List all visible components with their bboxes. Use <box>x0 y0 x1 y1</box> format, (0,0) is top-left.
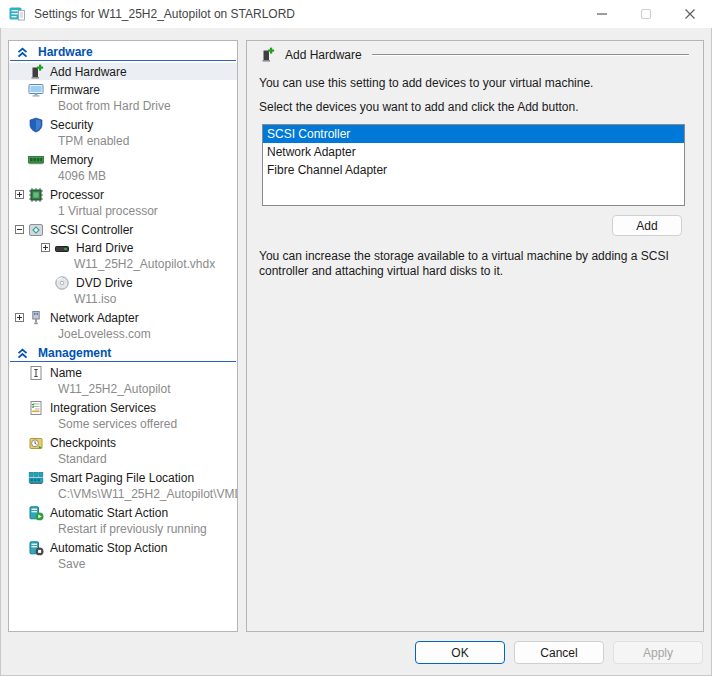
sidebar-item-label: Firmware <box>50 83 100 97</box>
panel-title: Add Hardware <box>285 48 362 62</box>
smart-paging-memory-icon <box>28 470 44 486</box>
chevron-double-up-icon <box>16 46 29 59</box>
device-listbox[interactable]: SCSI Controller Network Adapter Fibre Ch… <box>262 124 685 206</box>
intro-text-1: You can use this setting to add devices … <box>259 76 689 91</box>
sidebar-item-label: Integration Services <box>50 401 156 415</box>
sidebar-item-label: Smart Paging File Location <box>50 471 194 485</box>
sidebar-item-subtitle: Restart if previously running <box>9 522 237 537</box>
sidebar-item-subtitle: Save <box>9 557 237 572</box>
section-label: Hardware <box>38 45 93 59</box>
sidebar-item-processor[interactable]: Processor <box>9 186 237 203</box>
sidebar-item-subtitle: 4096 MB <box>9 169 237 184</box>
sidebar-item-checkpoints[interactable]: Checkpoints <box>9 434 237 451</box>
sidebar-item-label: Add Hardware <box>50 65 127 79</box>
sidebar-item-label: Checkpoints <box>50 436 116 450</box>
add-hardware-icon <box>28 64 44 80</box>
intro-text-2: Select the devices you want to add and c… <box>259 100 689 115</box>
sidebar-item-name[interactable]: Name <box>9 364 237 381</box>
apply-button[interactable]: Apply <box>613 641 703 664</box>
sidebar-item-label: Hard Drive <box>76 241 133 255</box>
section-header-hardware[interactable]: Hardware <box>10 44 236 61</box>
sidebar-item-label: SCSI Controller <box>50 223 133 237</box>
scsi-description-text: You can increase the storage available t… <box>259 249 689 279</box>
chevron-double-up-icon <box>16 347 29 360</box>
dvd-disc-icon <box>54 275 70 291</box>
sidebar-item-subtitle: Some services offered <box>9 417 237 432</box>
add-hardware-icon <box>259 47 275 63</box>
expander-collapsed-icon[interactable] <box>9 190 28 199</box>
expander-collapsed-icon[interactable] <box>35 243 54 252</box>
sidebar-item-label: Processor <box>50 188 104 202</box>
window-controls <box>580 0 712 28</box>
hyperv-settings-app-icon <box>9 6 25 22</box>
section-header-management[interactable]: Management <box>10 345 236 362</box>
sidebar-item-add-hardware[interactable]: Add Hardware <box>9 63 237 80</box>
sidebar-item-label: DVD Drive <box>76 276 133 290</box>
add-hardware-panel: Add Hardware You can use this setting to… <box>246 40 704 632</box>
sidebar-item-dvd-drive[interactable]: DVD Drive <box>9 274 237 291</box>
settings-window: { "window": { "title": "Settings for W11… <box>0 0 712 676</box>
sidebar-item-automatic-start-action[interactable]: Automatic Start Action <box>9 504 237 521</box>
device-list-item[interactable]: SCSI Controller <box>263 125 684 143</box>
sidebar-item-automatic-stop-action[interactable]: Automatic Stop Action <box>9 539 237 556</box>
settings-nav-sidebar: Hardware Add Hardware Firmware Boot from… <box>8 40 238 632</box>
hard-drive-icon <box>54 240 70 256</box>
memory-ram-icon <box>28 152 44 168</box>
sidebar-item-subtitle: C:\VMs\W11_25H2_Autopilot\VMD... <box>9 487 237 502</box>
expander-collapsed-icon[interactable] <box>9 313 28 322</box>
add-button[interactable]: Add <box>612 215 682 236</box>
sidebar-item-scsi-controller[interactable]: SCSI Controller <box>9 221 237 238</box>
processor-chip-icon <box>28 187 44 203</box>
expander-expanded-icon[interactable] <box>9 225 28 234</box>
sidebar-item-label: Network Adapter <box>50 311 139 325</box>
panel-header: Add Hardware <box>247 41 703 67</box>
sidebar-item-subtitle: W11_25H2_Autopilot.vhdx <box>9 257 237 272</box>
sidebar-item-security[interactable]: Security <box>9 116 237 133</box>
cancel-button[interactable]: Cancel <box>514 641 604 664</box>
ok-button[interactable]: OK <box>415 641 505 664</box>
sidebar-item-network-adapter[interactable]: Network Adapter <box>9 309 237 326</box>
window-title: Settings for W11_25H2_Autopilot on STARL… <box>34 7 295 21</box>
sidebar-item-subtitle: Standard <box>9 452 237 467</box>
sidebar-item-subtitle: Boot from Hard Drive <box>9 99 237 114</box>
sidebar-item-firmware[interactable]: Firmware <box>9 81 237 98</box>
close-button[interactable] <box>668 0 712 28</box>
sidebar-item-label: Automatic Start Action <box>50 506 168 520</box>
sidebar-item-label: Memory <box>50 153 93 167</box>
header-rule <box>372 54 689 56</box>
section-label: Management <box>38 346 111 360</box>
sidebar-item-subtitle: W11.iso <box>9 292 237 307</box>
sidebar-item-hard-drive[interactable]: Hard Drive <box>9 239 237 256</box>
sidebar-item-subtitle: JoeLoveless.com <box>9 327 237 342</box>
sidebar-item-subtitle: 1 Virtual processor <box>9 204 237 219</box>
sidebar-item-smart-paging-file-location[interactable]: Smart Paging File Location <box>9 469 237 486</box>
sidebar-item-label: Security <box>50 118 93 132</box>
device-list-item[interactable]: Network Adapter <box>263 143 684 161</box>
automatic-start-icon <box>28 505 44 521</box>
scsi-controller-icon <box>28 222 44 238</box>
maximize-button <box>624 0 668 28</box>
firmware-monitor-icon <box>28 82 44 98</box>
minimize-button[interactable] <box>580 0 624 28</box>
device-list-item[interactable]: Fibre Channel Adapter <box>263 161 684 179</box>
automatic-stop-icon <box>28 540 44 556</box>
sidebar-item-integration-services[interactable]: Integration Services <box>9 399 237 416</box>
name-rename-icon <box>28 365 44 381</box>
close-icon <box>684 8 696 20</box>
checkpoints-clock-icon <box>28 435 44 451</box>
sidebar-item-label: Name <box>50 366 82 380</box>
network-adapter-icon <box>28 310 44 326</box>
integration-services-icon <box>28 400 44 416</box>
minimize-icon <box>596 8 608 20</box>
security-shield-icon <box>28 117 44 133</box>
maximize-icon <box>640 8 652 20</box>
sidebar-item-label: Automatic Stop Action <box>50 541 167 555</box>
add-button-row: Add <box>247 215 682 236</box>
sidebar-item-memory[interactable]: Memory <box>9 151 237 168</box>
sidebar-item-subtitle: TPM enabled <box>9 134 237 149</box>
sidebar-item-subtitle: W11_25H2_Autopilot <box>9 382 237 397</box>
